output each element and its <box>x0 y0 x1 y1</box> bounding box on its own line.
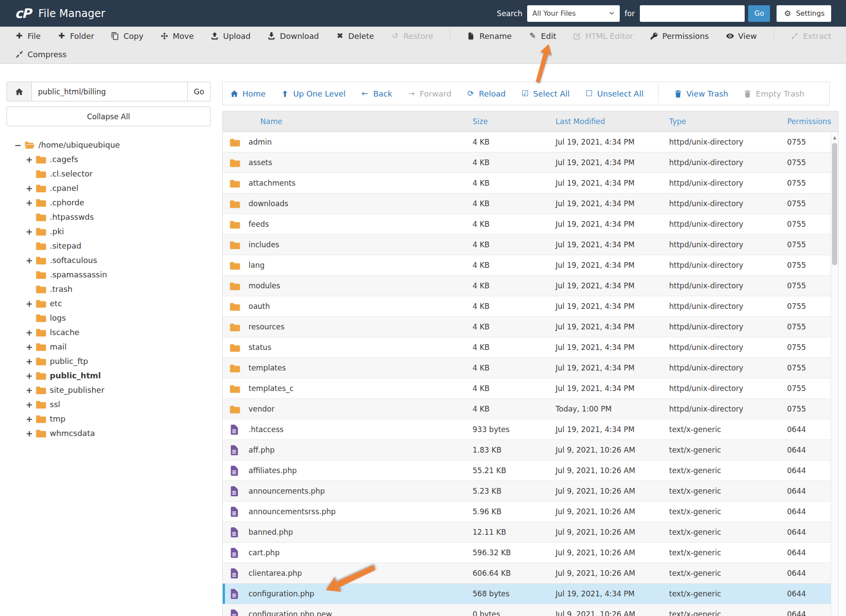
nav-item-unselect-all[interactable]: ☐Unselect All <box>584 89 643 98</box>
tree-item-public-html[interactable]: +public_html <box>7 368 211 383</box>
tree-item-sitepad[interactable]: .sitepad <box>7 239 211 253</box>
search-scope-select[interactable]: All Your Files <box>527 5 620 22</box>
table-scrollbar[interactable]: ▲ <box>831 132 838 616</box>
tree-item-cagefs[interactable]: +.cagefs <box>7 152 211 166</box>
toolbar-item-file[interactable]: ✚File <box>15 31 41 41</box>
settings-button[interactable]: ⚙ Settings <box>777 5 831 22</box>
tree-item-ssl[interactable]: +ssl <box>7 397 211 412</box>
column-header-name[interactable]: Name <box>223 117 467 126</box>
toolbar-item-move[interactable]: Move <box>160 31 193 41</box>
nav-item-select-all[interactable]: ☑Select All <box>521 89 570 98</box>
file-row-.htaccess[interactable]: .htaccess933 bytesJul 19, 2021, 4:34 PMt… <box>223 419 838 440</box>
file-icon <box>229 506 241 517</box>
file-row-configuration.php[interactable]: configuration.php568 bytesJul 19, 2021, … <box>223 584 838 604</box>
expand-icon[interactable]: + <box>26 414 35 424</box>
tree-item-etc[interactable]: +etc <box>7 296 211 311</box>
tree-item-public-ftp[interactable]: +public_ftp <box>7 354 211 368</box>
toolbar-item-upload[interactable]: Upload <box>211 31 251 41</box>
nav-item-reload[interactable]: ⟳Reload <box>466 89 505 98</box>
search-for-label: for <box>625 9 635 18</box>
expand-icon[interactable]: + <box>26 429 35 438</box>
file-row-admin[interactable]: admin4 KBJul 19, 2021, 4:34 PMhttpd/unix… <box>223 132 838 152</box>
column-header-size[interactable]: Size <box>467 117 550 126</box>
expand-icon[interactable]: + <box>26 155 35 164</box>
toolbar-item-folder[interactable]: ✚Folder <box>57 31 94 41</box>
path-input[interactable] <box>32 82 188 101</box>
file-row-resources[interactable]: resources4 KBJul 19, 2021, 4:34 PMhttpd/… <box>223 317 838 337</box>
tree-item-pki[interactable]: +.pki <box>7 224 211 239</box>
tree-item-cphorde[interactable]: +.cphorde <box>7 195 211 210</box>
column-header-type[interactable]: Type <box>664 117 782 126</box>
file-row-banned.php[interactable]: banned.php12.11 KBJul 9, 2021, 10:26 AMt… <box>223 522 838 543</box>
tree-item-logs[interactable]: logs <box>7 311 211 325</box>
file-row-configuration.php.new[interactable]: configuration.php.new0 bytesJul 9, 2021,… <box>223 604 838 616</box>
collapse-icon[interactable]: − <box>14 140 24 150</box>
tree-item-cl-selector[interactable]: .cl.selector <box>7 166 211 181</box>
tree-item-site-publisher[interactable]: +site_publisher <box>7 383 211 397</box>
tree-item-home-ubiqueubique[interactable]: −/home/ubiqueubique <box>7 138 211 152</box>
expand-icon[interactable]: + <box>26 328 35 337</box>
nav-item-back[interactable]: ←Back <box>360 89 392 98</box>
expand-icon[interactable]: + <box>26 227 35 236</box>
folder-icon <box>229 260 241 271</box>
tree-item-htpasswds[interactable]: .htpasswds <box>7 210 211 224</box>
scrollbar-up-arrow[interactable]: ▲ <box>831 132 838 142</box>
expand-icon[interactable]: + <box>26 356 35 366</box>
collapse-all-button[interactable]: Collapse All <box>7 107 211 126</box>
file-row-vendor[interactable]: vendor4 KBToday, 1:00 PMhttpd/unix-direc… <box>223 399 838 419</box>
expand-icon[interactable]: + <box>26 299 35 308</box>
tree-item-tmp[interactable]: +tmp <box>7 412 211 426</box>
file-row-cart.php[interactable]: cart.php596.32 KBJul 9, 2021, 10:26 AMte… <box>223 543 838 563</box>
file-row-assets[interactable]: assets4 KBJul 19, 2021, 4:34 PMhttpd/uni… <box>223 152 838 173</box>
expand-icon[interactable]: + <box>26 400 35 409</box>
tree-item-mail[interactable]: +mail <box>7 339 211 354</box>
search-go-button[interactable]: Go <box>748 5 770 22</box>
column-header-last-modified[interactable]: Last Modified <box>550 117 664 126</box>
file-row-announcementsrss.php[interactable]: announcementsrss.php5.96 KBJul 9, 2021, … <box>223 502 838 522</box>
toolbar-item-delete[interactable]: ✖Delete <box>335 31 374 41</box>
toolbar-item-view[interactable]: View <box>725 31 757 41</box>
tree-item-spamassassin[interactable]: .spamassassin <box>7 267 211 282</box>
file-row-announcements.php[interactable]: announcements.php5.23 KBJul 9, 2021, 10:… <box>223 481 838 502</box>
scrollbar-thumb[interactable] <box>832 143 837 265</box>
expand-icon[interactable]: + <box>26 371 35 381</box>
file-row-affiliates.php[interactable]: affiliates.php55.21 KBJul 9, 2021, 10:26… <box>223 460 838 481</box>
toolbar-item-edit[interactable]: ✎Edit <box>528 31 556 41</box>
expand-icon[interactable]: + <box>26 198 35 208</box>
file-row-templates[interactable]: templates4 KBJul 19, 2021, 4:34 PMhttpd/… <box>223 358 838 378</box>
file-row-aff.php[interactable]: aff.php1.83 KBJul 9, 2021, 10:26 AMtext/… <box>223 440 838 460</box>
nav-item-up-one-level[interactable]: Up One Level <box>280 89 345 98</box>
tree-item-cpanel[interactable]: +.cpanel <box>7 181 211 195</box>
tree-item-trash[interactable]: .trash <box>7 282 211 296</box>
file-row-includes[interactable]: includes4 KBJul 19, 2021, 4:34 PMhttpd/u… <box>223 235 838 255</box>
column-header-permissions[interactable]: Permissions <box>782 117 838 126</box>
file-row-downloads[interactable]: downloads4 KBJul 19, 2021, 4:34 PMhttpd/… <box>223 194 838 214</box>
toolbar-item-rename[interactable]: Rename <box>467 31 512 41</box>
toolbar-item-copy[interactable]: Copy <box>111 31 144 41</box>
home-directory-button[interactable] <box>7 82 32 101</box>
table-header-row: NameSizeLast ModifiedTypePermissions <box>223 111 838 132</box>
file-row-status[interactable]: status4 KBJul 19, 2021, 4:34 PMhttpd/uni… <box>223 337 838 358</box>
nav-item-home[interactable]: Home <box>230 89 266 98</box>
file-row-clientarea.php[interactable]: clientarea.php606.64 KBJul 9, 2021, 10:2… <box>223 563 838 584</box>
file-row-templates_c[interactable]: templates_c4 KBJul 19, 2021, 4:34 PMhttp… <box>223 378 838 399</box>
toolbar-item-compress[interactable]: Compress <box>15 50 66 59</box>
file-row-attachments[interactable]: attachments4 KBJul 19, 2021, 4:34 PMhttp… <box>223 173 838 194</box>
expand-icon[interactable]: + <box>26 256 35 265</box>
nav-item-view-trash[interactable]: View Trash <box>673 89 728 98</box>
expand-icon[interactable]: + <box>26 342 35 352</box>
file-row-oauth[interactable]: oauth4 KBJul 19, 2021, 4:34 PMhttpd/unix… <box>223 296 838 317</box>
file-row-feeds[interactable]: feeds4 KBJul 19, 2021, 4:34 PMhttpd/unix… <box>223 214 838 235</box>
toolbar-item-permissions[interactable]: Permissions <box>650 31 709 41</box>
toolbar-item-download[interactable]: Download <box>267 31 319 41</box>
expand-icon[interactable]: + <box>26 183 35 193</box>
tree-item-lscache[interactable]: +lscache <box>7 325 211 339</box>
search-input[interactable] <box>640 5 745 22</box>
expand-icon[interactable]: + <box>26 385 35 395</box>
path-go-button[interactable]: Go <box>188 82 211 101</box>
file-type: text/x-generic <box>664 569 782 578</box>
tree-item-whmcsdata[interactable]: +whmcsdata <box>7 426 211 440</box>
file-row-modules[interactable]: modules4 KBJul 19, 2021, 4:34 PMhttpd/un… <box>223 276 838 296</box>
file-row-lang[interactable]: lang4 KBJul 19, 2021, 4:34 PMhttpd/unix-… <box>223 255 838 276</box>
tree-item-softaculous[interactable]: +.softaculous <box>7 253 211 267</box>
